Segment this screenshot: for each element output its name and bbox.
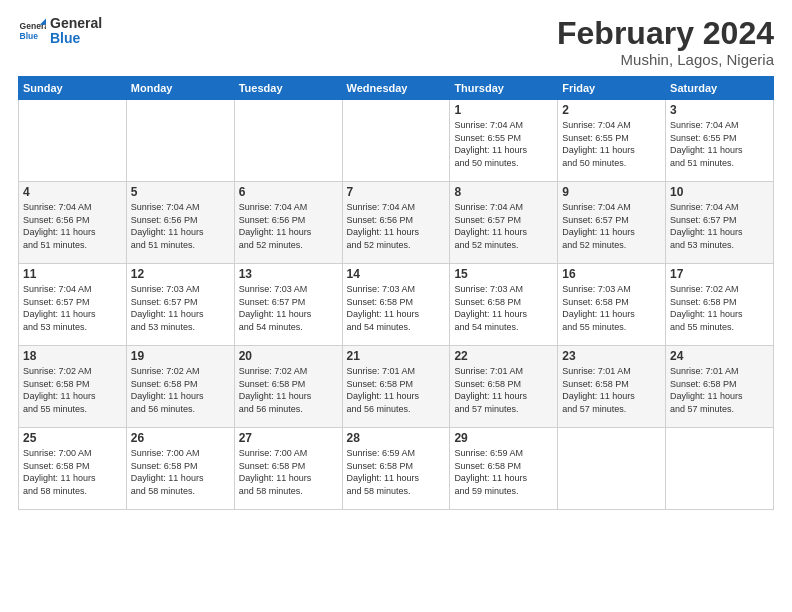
calendar-cell: 21Sunrise: 7:01 AM Sunset: 6:58 PM Dayli… bbox=[342, 346, 450, 428]
day-number: 14 bbox=[347, 267, 446, 281]
day-number: 20 bbox=[239, 349, 338, 363]
day-info: Sunrise: 7:04 AM Sunset: 6:56 PM Dayligh… bbox=[239, 201, 338, 251]
day-info: Sunrise: 7:01 AM Sunset: 6:58 PM Dayligh… bbox=[562, 365, 661, 415]
day-info: Sunrise: 7:03 AM Sunset: 6:58 PM Dayligh… bbox=[562, 283, 661, 333]
weekday-header-cell: Thursday bbox=[450, 77, 558, 100]
svg-text:Blue: Blue bbox=[20, 31, 39, 41]
page: General Blue General Blue February 2024 … bbox=[0, 0, 792, 612]
day-info: Sunrise: 7:04 AM Sunset: 6:55 PM Dayligh… bbox=[454, 119, 553, 169]
calendar-table: SundayMondayTuesdayWednesdayThursdayFrid… bbox=[18, 76, 774, 510]
calendar-cell: 16Sunrise: 7:03 AM Sunset: 6:58 PM Dayli… bbox=[558, 264, 666, 346]
weekday-header-cell: Wednesday bbox=[342, 77, 450, 100]
calendar-week-row: 25Sunrise: 7:00 AM Sunset: 6:58 PM Dayli… bbox=[19, 428, 774, 510]
logo-blue: Blue bbox=[50, 31, 102, 46]
calendar-cell: 12Sunrise: 7:03 AM Sunset: 6:57 PM Dayli… bbox=[126, 264, 234, 346]
logo-general: General bbox=[50, 16, 102, 31]
calendar-cell: 29Sunrise: 6:59 AM Sunset: 6:58 PM Dayli… bbox=[450, 428, 558, 510]
calendar-cell bbox=[666, 428, 774, 510]
day-number: 17 bbox=[670, 267, 769, 281]
day-info: Sunrise: 7:02 AM Sunset: 6:58 PM Dayligh… bbox=[23, 365, 122, 415]
day-info: Sunrise: 7:04 AM Sunset: 6:57 PM Dayligh… bbox=[670, 201, 769, 251]
day-info: Sunrise: 7:00 AM Sunset: 6:58 PM Dayligh… bbox=[23, 447, 122, 497]
day-number: 8 bbox=[454, 185, 553, 199]
day-number: 2 bbox=[562, 103, 661, 117]
calendar-cell: 20Sunrise: 7:02 AM Sunset: 6:58 PM Dayli… bbox=[234, 346, 342, 428]
day-number: 15 bbox=[454, 267, 553, 281]
logo: General Blue General Blue bbox=[18, 16, 102, 47]
day-number: 22 bbox=[454, 349, 553, 363]
day-number: 3 bbox=[670, 103, 769, 117]
calendar-cell: 5Sunrise: 7:04 AM Sunset: 6:56 PM Daylig… bbox=[126, 182, 234, 264]
calendar-cell: 10Sunrise: 7:04 AM Sunset: 6:57 PM Dayli… bbox=[666, 182, 774, 264]
page-title: February 2024 bbox=[557, 16, 774, 51]
calendar-cell bbox=[558, 428, 666, 510]
day-number: 16 bbox=[562, 267, 661, 281]
day-info: Sunrise: 7:04 AM Sunset: 6:56 PM Dayligh… bbox=[131, 201, 230, 251]
day-number: 28 bbox=[347, 431, 446, 445]
logo-icon: General Blue bbox=[18, 17, 46, 45]
weekday-header-row: SundayMondayTuesdayWednesdayThursdayFrid… bbox=[19, 77, 774, 100]
day-info: Sunrise: 7:00 AM Sunset: 6:58 PM Dayligh… bbox=[131, 447, 230, 497]
calendar-week-row: 1Sunrise: 7:04 AM Sunset: 6:55 PM Daylig… bbox=[19, 100, 774, 182]
day-number: 6 bbox=[239, 185, 338, 199]
calendar-cell: 26Sunrise: 7:00 AM Sunset: 6:58 PM Dayli… bbox=[126, 428, 234, 510]
calendar-cell: 4Sunrise: 7:04 AM Sunset: 6:56 PM Daylig… bbox=[19, 182, 127, 264]
calendar-cell bbox=[234, 100, 342, 182]
day-info: Sunrise: 7:03 AM Sunset: 6:57 PM Dayligh… bbox=[239, 283, 338, 333]
day-number: 9 bbox=[562, 185, 661, 199]
day-number: 19 bbox=[131, 349, 230, 363]
calendar-cell: 15Sunrise: 7:03 AM Sunset: 6:58 PM Dayli… bbox=[450, 264, 558, 346]
weekday-header-cell: Tuesday bbox=[234, 77, 342, 100]
day-info: Sunrise: 7:04 AM Sunset: 6:55 PM Dayligh… bbox=[562, 119, 661, 169]
day-number: 23 bbox=[562, 349, 661, 363]
title-block: February 2024 Mushin, Lagos, Nigeria bbox=[557, 16, 774, 68]
calendar-cell: 18Sunrise: 7:02 AM Sunset: 6:58 PM Dayli… bbox=[19, 346, 127, 428]
day-info: Sunrise: 6:59 AM Sunset: 6:58 PM Dayligh… bbox=[347, 447, 446, 497]
calendar-week-row: 11Sunrise: 7:04 AM Sunset: 6:57 PM Dayli… bbox=[19, 264, 774, 346]
day-info: Sunrise: 7:04 AM Sunset: 6:57 PM Dayligh… bbox=[454, 201, 553, 251]
weekday-header-cell: Monday bbox=[126, 77, 234, 100]
calendar-cell bbox=[342, 100, 450, 182]
calendar-cell: 23Sunrise: 7:01 AM Sunset: 6:58 PM Dayli… bbox=[558, 346, 666, 428]
calendar-cell: 1Sunrise: 7:04 AM Sunset: 6:55 PM Daylig… bbox=[450, 100, 558, 182]
calendar-cell: 3Sunrise: 7:04 AM Sunset: 6:55 PM Daylig… bbox=[666, 100, 774, 182]
calendar-body: 1Sunrise: 7:04 AM Sunset: 6:55 PM Daylig… bbox=[19, 100, 774, 510]
day-info: Sunrise: 7:03 AM Sunset: 6:58 PM Dayligh… bbox=[454, 283, 553, 333]
day-info: Sunrise: 7:03 AM Sunset: 6:58 PM Dayligh… bbox=[347, 283, 446, 333]
calendar-cell: 8Sunrise: 7:04 AM Sunset: 6:57 PM Daylig… bbox=[450, 182, 558, 264]
day-info: Sunrise: 6:59 AM Sunset: 6:58 PM Dayligh… bbox=[454, 447, 553, 497]
day-info: Sunrise: 7:03 AM Sunset: 6:57 PM Dayligh… bbox=[131, 283, 230, 333]
day-number: 26 bbox=[131, 431, 230, 445]
day-info: Sunrise: 7:04 AM Sunset: 6:56 PM Dayligh… bbox=[23, 201, 122, 251]
calendar-week-row: 4Sunrise: 7:04 AM Sunset: 6:56 PM Daylig… bbox=[19, 182, 774, 264]
day-number: 21 bbox=[347, 349, 446, 363]
day-number: 1 bbox=[454, 103, 553, 117]
day-info: Sunrise: 7:01 AM Sunset: 6:58 PM Dayligh… bbox=[670, 365, 769, 415]
day-number: 25 bbox=[23, 431, 122, 445]
calendar-cell: 27Sunrise: 7:00 AM Sunset: 6:58 PM Dayli… bbox=[234, 428, 342, 510]
calendar-cell: 22Sunrise: 7:01 AM Sunset: 6:58 PM Dayli… bbox=[450, 346, 558, 428]
weekday-header-cell: Friday bbox=[558, 77, 666, 100]
day-number: 12 bbox=[131, 267, 230, 281]
calendar-cell: 19Sunrise: 7:02 AM Sunset: 6:58 PM Dayli… bbox=[126, 346, 234, 428]
day-info: Sunrise: 7:00 AM Sunset: 6:58 PM Dayligh… bbox=[239, 447, 338, 497]
calendar-cell: 28Sunrise: 6:59 AM Sunset: 6:58 PM Dayli… bbox=[342, 428, 450, 510]
day-number: 5 bbox=[131, 185, 230, 199]
calendar-cell: 14Sunrise: 7:03 AM Sunset: 6:58 PM Dayli… bbox=[342, 264, 450, 346]
calendar-cell: 11Sunrise: 7:04 AM Sunset: 6:57 PM Dayli… bbox=[19, 264, 127, 346]
day-number: 13 bbox=[239, 267, 338, 281]
calendar-cell bbox=[19, 100, 127, 182]
day-number: 7 bbox=[347, 185, 446, 199]
day-info: Sunrise: 7:02 AM Sunset: 6:58 PM Dayligh… bbox=[131, 365, 230, 415]
calendar-cell: 13Sunrise: 7:03 AM Sunset: 6:57 PM Dayli… bbox=[234, 264, 342, 346]
day-info: Sunrise: 7:01 AM Sunset: 6:58 PM Dayligh… bbox=[347, 365, 446, 415]
calendar-cell bbox=[126, 100, 234, 182]
calendar-cell: 7Sunrise: 7:04 AM Sunset: 6:56 PM Daylig… bbox=[342, 182, 450, 264]
weekday-header-cell: Saturday bbox=[666, 77, 774, 100]
day-number: 27 bbox=[239, 431, 338, 445]
day-number: 24 bbox=[670, 349, 769, 363]
calendar-week-row: 18Sunrise: 7:02 AM Sunset: 6:58 PM Dayli… bbox=[19, 346, 774, 428]
calendar-cell: 9Sunrise: 7:04 AM Sunset: 6:57 PM Daylig… bbox=[558, 182, 666, 264]
weekday-header-cell: Sunday bbox=[19, 77, 127, 100]
day-number: 10 bbox=[670, 185, 769, 199]
